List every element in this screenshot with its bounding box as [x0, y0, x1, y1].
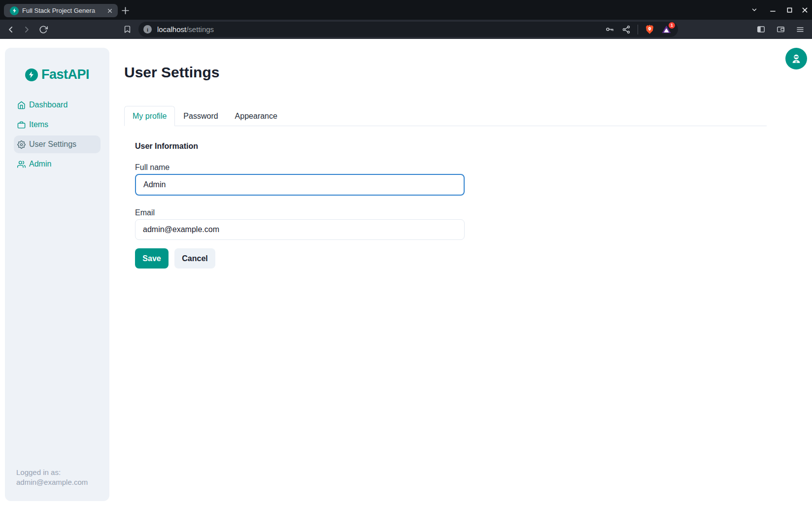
browser-toolbar: i localhost/settings 1: [0, 20, 812, 39]
email-label: Email: [135, 208, 767, 218]
forward-button[interactable]: [20, 23, 34, 36]
sidebar-item-user-settings[interactable]: User Settings: [14, 135, 101, 153]
user-avatar-button[interactable]: [785, 48, 807, 69]
bookmark-icon[interactable]: [120, 23, 134, 36]
app-page: FastAPI Dashboard Items User Settings: [0, 39, 812, 505]
site-info-icon[interactable]: i: [143, 25, 152, 34]
tab-my-profile[interactable]: My profile: [124, 106, 175, 126]
sidebar-item-admin[interactable]: Admin: [5, 154, 109, 174]
users-icon: [17, 160, 26, 168]
fastapi-logo-text: FastAPI: [41, 67, 89, 82]
gear-icon: [17, 140, 26, 149]
rewards-badge: 1: [669, 22, 675, 29]
sidebar-item-label: Items: [29, 120, 48, 129]
user-astronaut-icon: [790, 53, 802, 65]
tab-search-chevron-icon[interactable]: [751, 6, 758, 13]
share-icon[interactable]: [621, 24, 632, 35]
fastapi-logo-icon: [25, 68, 38, 81]
brave-rewards-icon[interactable]: 1: [661, 24, 672, 35]
sidebar-toggle-icon[interactable]: [754, 23, 768, 36]
back-button[interactable]: [4, 23, 18, 36]
button-row: Save Cancel: [135, 248, 767, 269]
fastapi-logo[interactable]: FastAPI: [5, 67, 109, 82]
browser-tab-bar: Full Stack Project Genera: [0, 0, 812, 20]
new-tab-button[interactable]: [120, 5, 131, 16]
browser-tab[interactable]: Full Stack Project Genera: [4, 4, 118, 17]
tab-password[interactable]: Password: [175, 106, 226, 126]
sidebar: FastAPI Dashboard Items User Settings: [5, 48, 109, 501]
briefcase-icon: [17, 121, 26, 129]
sidebar-nav: Dashboard Items User Settings Admin: [5, 95, 109, 174]
brave-shield-icon[interactable]: [644, 24, 655, 35]
main-content: User Settings My profile Password Appear…: [124, 39, 767, 269]
full-name-input[interactable]: [135, 174, 465, 196]
tab-appearance[interactable]: Appearance: [227, 106, 286, 126]
tab-close-icon[interactable]: [106, 7, 114, 15]
url-text: localhost/settings: [157, 25, 598, 34]
logged-in-email: admin@example.com: [16, 477, 88, 487]
key-icon[interactable]: [604, 24, 615, 35]
menu-icon[interactable]: [793, 23, 807, 36]
section-title: User Information: [135, 141, 767, 151]
wallet-icon[interactable]: [774, 23, 787, 36]
window-maximize-button[interactable]: [786, 0, 793, 20]
window-close-button[interactable]: [802, 0, 808, 20]
sidebar-item-label: User Settings: [29, 140, 76, 149]
reload-button[interactable]: [36, 23, 50, 36]
sidebar-item-items[interactable]: Items: [5, 115, 109, 135]
window-minimize-button[interactable]: [770, 0, 776, 20]
home-icon: [17, 101, 26, 109]
url-bar[interactable]: i localhost/settings 1: [138, 22, 678, 37]
tab-title: Full Stack Project Genera: [22, 7, 106, 14]
save-button[interactable]: Save: [135, 248, 169, 269]
page-title: User Settings: [124, 63, 767, 82]
fastapi-favicon-icon: [10, 6, 19, 15]
email-input[interactable]: [135, 219, 465, 240]
cancel-button[interactable]: Cancel: [174, 248, 215, 269]
sidebar-item-label: Admin: [29, 160, 51, 168]
logged-in-label: Logged in as:: [16, 468, 88, 477]
sidebar-item-dashboard[interactable]: Dashboard: [5, 95, 109, 115]
sidebar-item-label: Dashboard: [29, 101, 68, 109]
toolbar-divider: [638, 25, 638, 34]
logged-in-info: Logged in as: admin@example.com: [16, 468, 88, 487]
tab-list: My profile Password Appearance: [124, 105, 767, 126]
profile-panel: User Information Full name Email Save Ca…: [124, 126, 767, 269]
full-name-label: Full name: [135, 163, 767, 172]
